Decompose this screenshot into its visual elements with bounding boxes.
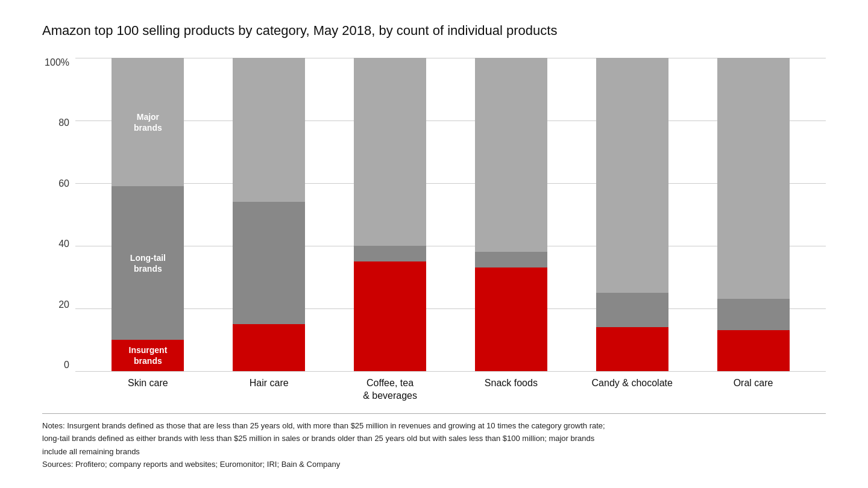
bar-group: Insurgent brandsLong-tail brandsMajor br… <box>105 58 190 371</box>
bar-segment-major <box>717 58 790 299</box>
chart-title: Amazon top 100 selling products by categ… <box>42 22 826 40</box>
bar-segment-major <box>233 58 305 202</box>
chart-container: Amazon top 100 selling products by categ… <box>18 4 850 483</box>
y-axis-label: 60 <box>42 179 69 189</box>
y-axis-label: 100% <box>42 58 69 67</box>
bar-segment-longtail: Long-tail brands <box>112 186 184 340</box>
chart-area: 020406080100% Insurgent brandsLong-tail … <box>42 58 826 402</box>
bar-segment-longtail <box>717 299 790 330</box>
bar-segment-insurgent <box>354 261 426 371</box>
footnotes: Notes: Insurgent brands defined as those… <box>42 413 826 471</box>
grid-and-bars: Insurgent brandsLong-tail brandsMajor br… <box>75 58 826 371</box>
bar-group <box>469 58 553 371</box>
x-labels: Skin careHair careCoffee, tea & beverage… <box>75 371 826 402</box>
bar-segment-insurgent <box>475 267 547 371</box>
x-label: Oral care <box>711 377 796 402</box>
bar-segment-longtail <box>475 252 547 267</box>
x-label: Snack foods <box>469 377 553 402</box>
footnote-line: Notes: Insurgent brands defined as those… <box>42 420 826 432</box>
bar-segment-insurgent: Insurgent brands <box>112 340 184 371</box>
bar-stack <box>233 58 305 371</box>
y-axis: 020406080100% <box>42 58 69 371</box>
bar-group <box>348 58 432 371</box>
bars-area: Insurgent brandsLong-tail brandsMajor br… <box>75 58 826 402</box>
bar-label-insurgent: Insurgent brands <box>129 345 168 366</box>
bar-segment-major <box>596 58 668 293</box>
bar-segment-major <box>475 58 547 252</box>
bar-segment-major: Major brands <box>112 58 184 186</box>
grid-line <box>75 371 826 372</box>
bar-group <box>227 58 311 371</box>
bar-segment-insurgent <box>596 327 668 371</box>
bar-stack <box>717 58 790 371</box>
bar-segment-major <box>354 58 426 246</box>
y-axis-label: 0 <box>42 360 69 370</box>
bar-stack <box>475 58 547 371</box>
x-label: Hair care <box>227 377 311 402</box>
footnote-line: include all remaining brands <box>42 446 826 458</box>
footnote-line: long-tail brands defined as either brand… <box>42 433 826 445</box>
x-label: Candy & chocolate <box>590 377 675 402</box>
x-label: Skin care <box>105 377 190 402</box>
bars-row: Insurgent brandsLong-tail brandsMajor br… <box>75 58 826 371</box>
y-axis-label: 40 <box>42 239 69 249</box>
bar-stack: Insurgent brandsLong-tail brandsMajor br… <box>112 58 184 371</box>
bar-stack <box>596 58 668 371</box>
y-axis-label: 20 <box>42 300 69 310</box>
footnote-line: Sources: Profitero; company reports and … <box>42 458 826 471</box>
bar-segment-insurgent <box>233 324 305 371</box>
y-axis-label: 80 <box>42 118 69 128</box>
bar-stack <box>354 58 426 371</box>
bar-segment-insurgent <box>717 330 790 371</box>
bar-group <box>590 58 675 371</box>
x-label: Coffee, tea & beverages <box>348 377 432 402</box>
bar-label-longtail: Long-tail brands <box>130 252 166 274</box>
bar-segment-longtail <box>354 246 426 261</box>
bar-label-major: Major brands <box>134 111 162 133</box>
bar-segment-longtail <box>596 293 668 327</box>
bar-group <box>711 58 796 371</box>
bar-segment-longtail <box>233 202 305 324</box>
